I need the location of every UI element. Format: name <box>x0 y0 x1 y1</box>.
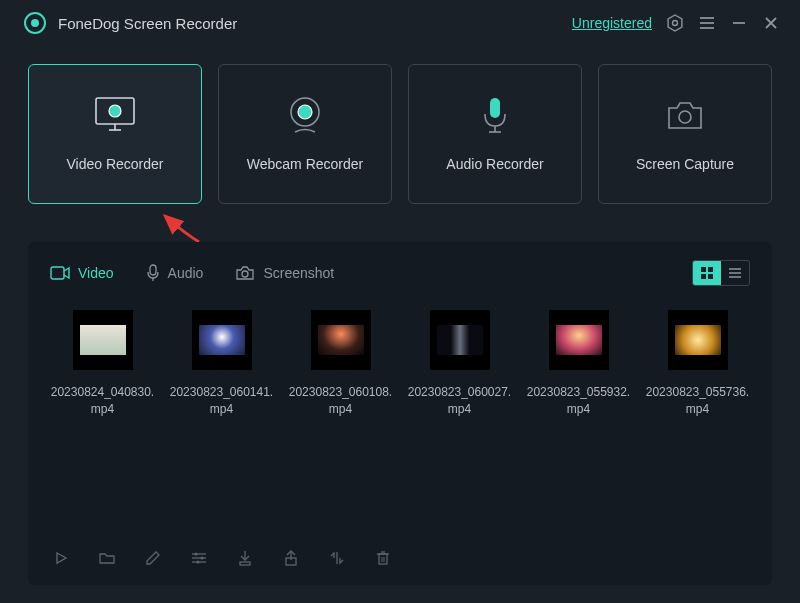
unregistered-link[interactable]: Unregistered <box>572 15 652 31</box>
list-item[interactable]: 20230824_040830.mp4 <box>50 310 155 418</box>
card-video-recorder[interactable]: Video Recorder <box>28 64 202 204</box>
tab-label: Audio <box>168 265 204 281</box>
list-item[interactable]: 20230823_060108.mp4 <box>288 310 393 418</box>
svg-rect-40 <box>240 562 250 565</box>
list-item[interactable]: 20230823_055932.mp4 <box>526 310 631 418</box>
minimize-icon[interactable] <box>730 14 748 32</box>
share-icon[interactable] <box>282 549 300 567</box>
file-name: 20230824_040830.mp4 <box>50 384 155 418</box>
app-title: FoneDog Screen Recorder <box>58 15 237 32</box>
tab-audio[interactable]: Audio <box>146 264 204 282</box>
list-item[interactable]: 20230823_060141.mp4 <box>169 310 274 418</box>
microphone-icon <box>468 96 522 136</box>
svg-rect-25 <box>701 267 706 272</box>
grid-view-icon[interactable] <box>693 261 721 285</box>
svg-rect-44 <box>379 554 387 564</box>
webcam-icon <box>278 96 332 136</box>
file-name: 20230823_055736.mp4 <box>645 384 750 418</box>
convert-icon[interactable] <box>328 549 346 567</box>
thumbnail[interactable] <box>668 310 728 370</box>
card-screen-capture[interactable]: Screen Capture <box>598 64 772 204</box>
svg-rect-28 <box>708 274 713 279</box>
thumbnail[interactable] <box>192 310 252 370</box>
app-logo <box>24 12 46 34</box>
history-tabs: Video Audio Screenshot <box>28 242 772 300</box>
svg-point-24 <box>242 271 248 277</box>
svg-marker-0 <box>668 15 682 31</box>
settings-icon[interactable] <box>666 14 684 32</box>
file-name: 20230823_060108.mp4 <box>288 384 393 418</box>
monitor-icon <box>88 96 142 136</box>
card-label: Screen Capture <box>636 156 734 172</box>
tab-video[interactable]: Video <box>50 265 114 281</box>
thumbnail[interactable] <box>311 310 371 370</box>
edit-icon[interactable] <box>144 549 162 567</box>
thumbnail[interactable] <box>73 310 133 370</box>
file-name: 20230823_060141.mp4 <box>169 384 274 418</box>
view-toggle <box>692 260 750 286</box>
list-item[interactable]: 20230823_055736.mp4 <box>645 310 750 418</box>
file-name: 20230823_060027.mp4 <box>407 384 512 418</box>
list-view-icon[interactable] <box>721 261 749 285</box>
svg-point-34 <box>194 552 197 555</box>
thumbnail[interactable] <box>430 310 490 370</box>
folder-icon[interactable] <box>98 549 116 567</box>
svg-rect-26 <box>708 267 713 272</box>
menu-icon[interactable] <box>698 14 716 32</box>
mode-cards: Video Recorder Webcam Recorder Audio Rec… <box>0 46 800 212</box>
header: FoneDog Screen Recorder Unregistered <box>0 0 800 46</box>
svg-marker-32 <box>57 553 66 563</box>
action-bar <box>28 533 772 585</box>
svg-rect-21 <box>51 267 64 279</box>
tab-label: Video <box>78 265 114 281</box>
svg-rect-27 <box>701 274 706 279</box>
card-audio-recorder[interactable]: Audio Recorder <box>408 64 582 204</box>
svg-point-1 <box>673 21 678 26</box>
list-item[interactable]: 20230823_060027.mp4 <box>407 310 512 418</box>
svg-point-19 <box>679 111 691 123</box>
download-icon[interactable] <box>236 549 254 567</box>
sliders-icon[interactable] <box>190 549 208 567</box>
trash-icon[interactable] <box>374 549 392 567</box>
thumbnail[interactable] <box>549 310 609 370</box>
file-name: 20230823_055932.mp4 <box>526 384 631 418</box>
svg-point-38 <box>196 560 199 563</box>
camera-icon <box>658 96 712 136</box>
card-label: Audio Recorder <box>446 156 543 172</box>
history-panel: Video Audio Screenshot 2 <box>28 242 772 585</box>
file-grid: 20230824_040830.mp4 20230823_060141.mp4 … <box>28 300 772 428</box>
tab-screenshot[interactable]: Screenshot <box>235 265 334 281</box>
close-icon[interactable] <box>762 14 780 32</box>
tab-label: Screenshot <box>263 265 334 281</box>
svg-point-36 <box>200 556 203 559</box>
card-label: Webcam Recorder <box>247 156 363 172</box>
svg-rect-22 <box>150 265 156 275</box>
card-label: Video Recorder <box>66 156 163 172</box>
svg-rect-16 <box>490 98 500 118</box>
play-icon[interactable] <box>52 549 70 567</box>
card-webcam-recorder[interactable]: Webcam Recorder <box>218 64 392 204</box>
